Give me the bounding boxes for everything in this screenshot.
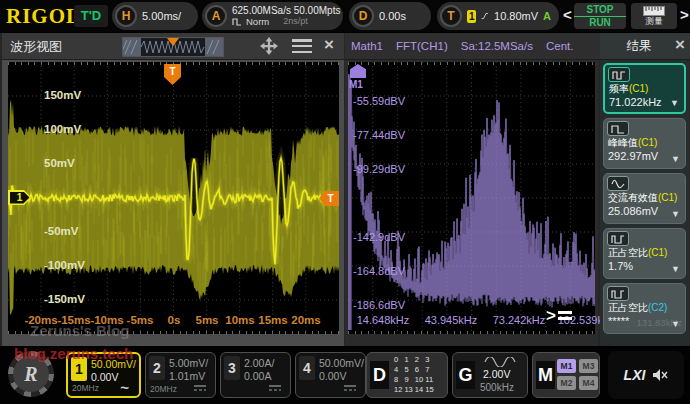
y-label: 100mV — [44, 123, 81, 135]
channel3-number: 3 — [224, 356, 240, 380]
fft-center: Cent. — [546, 40, 574, 52]
math4-button[interactable]: M4 — [579, 376, 598, 390]
ac-coupling-icon: ~ — [120, 379, 129, 396]
panel-menu-icon[interactable] — [292, 39, 312, 53]
channel2-offset: 1.01mV — [169, 370, 205, 382]
top-status-bar: RIGOL T'D H 5.00ms/ A 625.00MSa/s 50.00M… — [0, 0, 690, 32]
ruler-icon — [643, 6, 665, 16]
fft-x-label: 14.648kHz — [348, 314, 418, 326]
results-header: 结果 × — [600, 33, 690, 60]
lxi-status-card[interactable]: LXI — [608, 351, 684, 399]
waveform-view-panel: 波形视图 × 150mV — [2, 33, 344, 346]
fft-x-label: 73.242kHz — [484, 314, 554, 326]
sample-resolution: 2ns/pt — [283, 16, 308, 27]
channel4-card[interactable]: 4 50.00mV/ 0.00V — [295, 352, 366, 398]
result-item-ac-rms[interactable]: 交流有效值(C1) 25.086mV ▼ — [603, 173, 686, 224]
acquire-mode-icon — [232, 18, 242, 26]
waveform-panel-close-icon[interactable]: × — [324, 37, 334, 53]
y-label: 50mV — [44, 157, 75, 169]
fft-grid: -55.59dBV -77.44dBV -99.29dBV -142.9dBV … — [348, 62, 595, 334]
fft-sample-rate: Sa:12.5MSa/s — [461, 40, 533, 52]
nav-next-icon[interactable]: > — [680, 6, 689, 23]
channel2-scale: 5.00mV/ — [169, 357, 208, 369]
measure-button[interactable]: 测量 — [631, 3, 677, 29]
fft-x-label: 43.945kHz — [416, 314, 486, 326]
delay-settings-button[interactable]: D 0.00s — [349, 2, 431, 30]
horizontal-settings-button[interactable]: H 5.00ms/ — [112, 2, 198, 30]
watermark-text: blog.zeruns.tech — [14, 345, 133, 362]
channel2-card[interactable]: 2 5.00mV/ 1.01mV 20MHz — [145, 352, 216, 398]
channel1-bandwidth: 20MHz — [72, 383, 99, 393]
horizontal-knob-icon[interactable]: H — [115, 5, 137, 27]
lxi-label: LXI — [624, 367, 646, 383]
channel2-number: 2 — [149, 356, 165, 380]
fft-math-panel: Math1 FFT(CH1) Sa:12.5MSa/s Cent. -55.59… — [345, 33, 598, 346]
trigger-knob-icon[interactable]: T — [440, 5, 462, 27]
fft-y-label: -77.44dBV — [353, 129, 405, 141]
fft-y-label: -55.59dBV — [353, 95, 405, 107]
sine-wave-icon — [484, 357, 516, 367]
dropdown-icon[interactable]: ▼ — [671, 264, 680, 274]
timebase-overview-thumbnail[interactable] — [122, 37, 224, 57]
fft-y-label: -99.29dBV — [353, 163, 405, 175]
channel3-card[interactable]: 3 2.00A/ 0.00A — [220, 352, 291, 398]
channel3-scale: 2.00A/ — [244, 357, 274, 369]
digital-channels-card[interactable]: D 0 1 2 3 4 5 6 7 8 9 10 11 12 13 14 15 — [366, 352, 448, 398]
fft-source: Math1 — [351, 40, 383, 52]
channel1-offset: 0.00V — [91, 371, 118, 383]
run-label: RUN — [574, 17, 626, 29]
result-value: ***** — [608, 315, 629, 327]
oscilloscope-screen: RIGOL T'D H 5.00ms/ A 625.00MSa/s 50.00M… — [0, 0, 690, 404]
y-label: -150mV — [44, 293, 85, 305]
speaker-muted-icon — [652, 368, 668, 382]
results-sidebar: 结果 × 频率(C1) 71.022kHz ▼ 峰峰值(C1) 292.97mV… — [600, 33, 690, 346]
next-menu-icon[interactable]: > — [546, 307, 572, 324]
channel1-level-tag[interactable]: 1 — [8, 190, 31, 205]
digital-label: D — [370, 361, 389, 389]
channel3-offset: 0.00A — [244, 370, 271, 382]
rigol-logo: RIGOL — [6, 4, 81, 29]
duty-cycle-measure-icon — [607, 286, 629, 301]
result-item-vpp[interactable]: 峰峰值(C1) 292.97mV ▼ — [603, 118, 686, 169]
result-value: 25.086mV — [608, 205, 658, 217]
delay-knob-icon[interactable]: D — [352, 5, 374, 27]
dropdown-icon[interactable]: ▼ — [670, 98, 679, 108]
waveform-panel-title: 波形视图 — [10, 38, 62, 56]
stop-run-button[interactable]: STOP RUN — [574, 3, 626, 29]
pan-icon[interactable] — [260, 37, 278, 55]
math3-button[interactable]: M3 — [579, 359, 598, 373]
math2-button[interactable]: M2 — [557, 376, 576, 390]
acquire-settings-button[interactable]: A 625.00MSa/s 50.00Mpts Norm 2ns/pt — [202, 2, 343, 30]
sample-rate: 625.00MSa/s — [232, 5, 291, 16]
dropdown-icon[interactable]: ▼ — [671, 154, 680, 164]
result-item-duty-c1[interactable]: 正占空比(C1) 1.7% ▼ — [603, 228, 686, 279]
fft-panel-header: Math1 FFT(CH1) Sa:12.5MSa/s Cent. — [345, 33, 604, 60]
acquire-knob-icon[interactable]: A — [205, 5, 227, 27]
math-label: M — [536, 361, 555, 389]
result-value: 292.97mV — [608, 150, 658, 162]
fft-function: FFT(CH1) — [396, 40, 448, 52]
delay-value: 0.00s — [379, 10, 406, 22]
generator-card[interactable]: G 2.00V 500kHz — [452, 352, 528, 398]
y-label: 150mV — [44, 89, 81, 101]
result-item-frequency[interactable]: 频率(C1) 71.022kHz ▼ — [603, 63, 686, 114]
dropdown-icon[interactable]: ▼ — [671, 209, 680, 219]
math-card[interactable]: M M1 M3 M2 M4 — [532, 352, 600, 398]
math1-label: M1 — [349, 79, 363, 90]
generator-frequency: 500kHz — [480, 382, 514, 393]
fft-y-label: -186.6dBV — [353, 299, 405, 311]
timebase-value: 5.00ms/ — [142, 10, 181, 22]
fft-y-label: -164.8dBV — [353, 265, 405, 277]
waveform-panel-header: 波形视图 × — [2, 33, 344, 60]
results-close-icon[interactable]: × — [675, 37, 685, 53]
waveform-grid: 150mV 100mV 50mV -50mV -100mV -150mV -20… — [8, 62, 339, 334]
result-item-duty-c2[interactable]: 正占空比(C2) 131.83kHz ***** ▼ — [603, 283, 686, 334]
dropdown-icon[interactable]: ▼ — [671, 319, 680, 329]
trigger-settings-button[interactable]: T 1 10.80mV A — [437, 2, 559, 30]
trigger-level-value: 10.80mV — [494, 10, 538, 22]
math1-button[interactable]: M1 — [557, 359, 576, 373]
nav-prev-icon[interactable]: < — [563, 6, 572, 23]
duty-cycle-measure-icon — [607, 231, 629, 246]
channel2-bandwidth: 20MHz — [150, 384, 177, 394]
dc-coupling-icon — [193, 385, 207, 392]
